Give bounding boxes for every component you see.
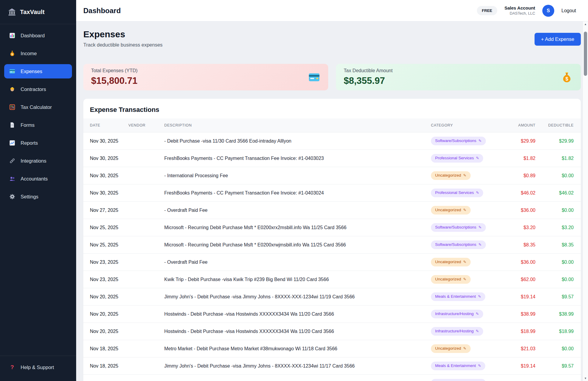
add-expense-button[interactable]: + Add Expense bbox=[535, 33, 581, 46]
edit-category-icon[interactable]: ✎ bbox=[463, 173, 466, 178]
content: Expenses Track deductible business expen… bbox=[76, 21, 588, 381]
category-badge[interactable]: Infrastructure/Hosting ✎ bbox=[431, 327, 483, 335]
sidebar-item[interactable]: Integrations bbox=[4, 154, 72, 168]
summary-cards: Total Expenses (YTD) $15,800.71 Tax Dedu… bbox=[83, 64, 581, 90]
cell-description: Jimmy John's - Debit Purchase -visa Jimm… bbox=[164, 288, 431, 306]
cell-description: - Debit Purchase -visa 11/30 Card 3566 E… bbox=[164, 132, 431, 150]
cell-date: Nov 30, 2025 bbox=[83, 150, 128, 167]
sidebar-item-help-support[interactable]: Help & Support bbox=[4, 360, 72, 374]
category-badge[interactable]: Meals & Entertainment ✎ bbox=[431, 362, 485, 370]
avatar[interactable]: S bbox=[542, 5, 554, 17]
account-info: Sales Account DASTech, LLC bbox=[504, 5, 535, 16]
edit-category-icon[interactable]: ✎ bbox=[463, 260, 466, 264]
summary-card-value: $8,355.97 bbox=[344, 75, 393, 86]
cell-vendor bbox=[128, 236, 164, 254]
cell-deductible: $0.00 bbox=[535, 202, 581, 219]
category-badge[interactable]: Uncategorized ✎ bbox=[431, 275, 471, 283]
sidebar-item[interactable]: Tax Calculator bbox=[4, 100, 72, 114]
edit-category-icon[interactable]: ✎ bbox=[463, 208, 466, 212]
cell-deductible: $0.00 bbox=[535, 340, 581, 357]
edit-category-icon[interactable]: ✎ bbox=[463, 277, 466, 282]
sidebar-item-label: Tax Calculator bbox=[21, 104, 52, 110]
edit-category-icon[interactable]: ✎ bbox=[476, 191, 479, 195]
category-badge[interactable]: Meals & Entertainment ✎ bbox=[431, 292, 485, 301]
scroll-down-arrow-icon[interactable]: ▼ bbox=[583, 377, 588, 380]
cell-deductible: $38.99 bbox=[535, 306, 581, 323]
category-badge[interactable]: Software/Subscriptions ✎ bbox=[431, 137, 486, 145]
cell-description: Hostwinds - Debit Purchase -visa Hostwin… bbox=[164, 323, 431, 340]
bank-icon bbox=[8, 8, 16, 16]
column-header-deductible: DEDUCTIBLE bbox=[535, 118, 581, 132]
cell-vendor bbox=[128, 323, 164, 340]
edit-category-icon[interactable]: ✎ bbox=[478, 139, 481, 143]
edit-category-icon[interactable]: ✎ bbox=[478, 243, 481, 247]
cell-date: Nov 18, 2025 bbox=[83, 340, 128, 357]
transactions-table: DATE VENDOR DESCRIPTION CATEGORY AMOUNT … bbox=[83, 118, 581, 381]
table-row: Nov 30, 2025 - Debit Purchase -visa 11/3… bbox=[83, 132, 581, 150]
cell-description: - International Processing Fee bbox=[164, 167, 431, 184]
cell-vendor bbox=[128, 184, 164, 202]
table-row: Nov 18, 2025 Jimmy John's - Debit Purcha… bbox=[83, 357, 581, 375]
cell-deductible: $29.99 bbox=[535, 132, 581, 150]
table-row: Nov 30, 2025 FreshBooks Payments - CC Pa… bbox=[83, 184, 581, 202]
scrollbar-thumb[interactable] bbox=[584, 32, 587, 76]
account-name: Sales Account bbox=[504, 5, 535, 11]
abacus-icon bbox=[9, 104, 16, 110]
category-label: Uncategorized bbox=[435, 260, 461, 264]
edit-category-icon[interactable]: ✎ bbox=[478, 294, 481, 299]
category-badge[interactable]: Software/Subscriptions ✎ bbox=[431, 223, 486, 232]
edit-category-icon[interactable]: ✎ bbox=[476, 156, 479, 161]
scroll-up-arrow-icon[interactable]: ▲ bbox=[583, 23, 588, 26]
cell-vendor bbox=[128, 375, 164, 381]
cell-amount: $8.35 bbox=[503, 236, 535, 254]
edit-category-icon[interactable]: ✎ bbox=[478, 364, 481, 368]
category-badge[interactable]: Software/Subscriptions ✎ bbox=[431, 379, 486, 381]
cell-deductible: $8.35 bbox=[535, 236, 581, 254]
topbar: Dashboard FREE Sales Account DASTech, LL… bbox=[76, 0, 588, 21]
worker-icon bbox=[9, 86, 16, 92]
sidebar-item[interactable]: Contractors bbox=[4, 82, 72, 96]
cell-deductible: $9.57 bbox=[535, 357, 581, 375]
edit-category-icon[interactable]: ✎ bbox=[476, 329, 479, 334]
cell-amount: $1.82 bbox=[503, 150, 535, 167]
users-icon bbox=[9, 175, 16, 182]
expense-transactions-card: Expense Transactions DATE VENDOR DESCRIP… bbox=[83, 99, 581, 381]
cell-amount: $38.99 bbox=[503, 306, 535, 323]
sidebar-item[interactable]: Forms bbox=[4, 118, 72, 132]
category-badge[interactable]: Software/Subscriptions ✎ bbox=[431, 240, 486, 249]
cell-date: Nov 25, 2025 bbox=[83, 219, 128, 236]
cell-deductible: $0.00 bbox=[535, 254, 581, 271]
cell-date: Nov 23, 2025 bbox=[83, 254, 128, 271]
logout-link[interactable]: Logout bbox=[561, 8, 576, 13]
sidebar-item[interactable]: Settings bbox=[4, 189, 72, 204]
sidebar-item[interactable]: Expenses bbox=[4, 64, 72, 78]
sidebar-item[interactable]: Accountants bbox=[4, 172, 72, 186]
sidebar-item-label: Dashboard bbox=[21, 33, 45, 38]
category-badge[interactable]: Uncategorized ✎ bbox=[431, 171, 471, 180]
sidebar-item[interactable]: Income bbox=[4, 46, 72, 61]
category-label: Uncategorized bbox=[435, 277, 461, 282]
edit-category-icon[interactable]: ✎ bbox=[478, 225, 481, 230]
cell-description: Microsoft - Recurring Debit Purchase Msf… bbox=[164, 236, 431, 254]
category-badge[interactable]: Infrastructure/Hosting ✎ bbox=[431, 310, 483, 318]
category-badge[interactable]: Professional Services ✎ bbox=[431, 154, 483, 162]
vertical-scrollbar[interactable]: ▲ ▼ bbox=[583, 21, 588, 381]
cell-date: Nov 20, 2025 bbox=[83, 323, 128, 340]
category-badge[interactable]: Uncategorized ✎ bbox=[431, 344, 471, 353]
chart-up-icon bbox=[9, 140, 16, 146]
sidebar-item-label: Income bbox=[21, 51, 37, 56]
category-badge[interactable]: Professional Services ✎ bbox=[431, 189, 483, 197]
cell-description: Metro Market - Debit Purchase Metro Mark… bbox=[164, 340, 431, 357]
category-badge[interactable]: Uncategorized ✎ bbox=[431, 258, 471, 266]
cell-amount: $19.14 bbox=[503, 288, 535, 306]
cell-vendor bbox=[128, 340, 164, 357]
edit-category-icon[interactable]: ✎ bbox=[463, 346, 466, 351]
summary-card-value: $15,800.71 bbox=[91, 75, 138, 86]
sidebar-item[interactable]: Reports bbox=[4, 136, 72, 150]
cell-description: FreshBooks Payments - CC Payment Transac… bbox=[164, 184, 431, 202]
sidebar-item[interactable]: Dashboard bbox=[4, 28, 72, 43]
category-badge[interactable]: Uncategorized ✎ bbox=[431, 206, 471, 214]
cell-vendor bbox=[128, 306, 164, 323]
edit-category-icon[interactable]: ✎ bbox=[476, 312, 479, 316]
cell-description: FreshBooks Payments - CC Payment Transac… bbox=[164, 150, 431, 167]
